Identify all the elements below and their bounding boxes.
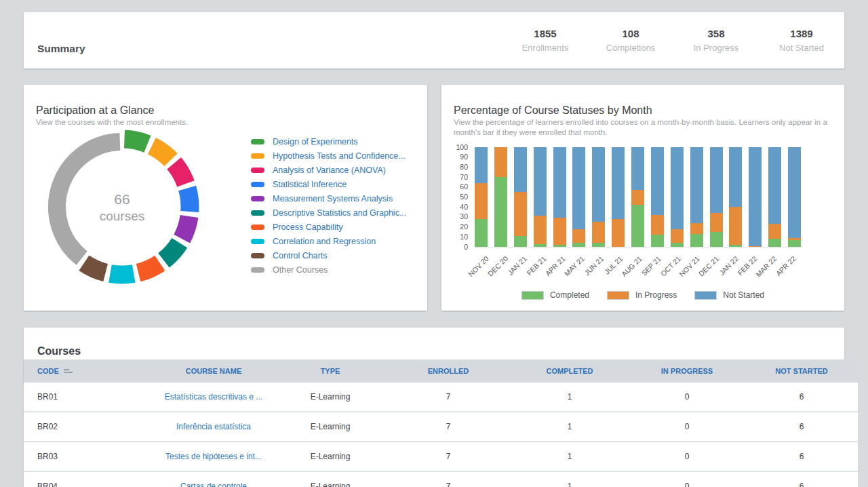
- statuses-title: Percentage of Course Statuses by Month: [454, 104, 652, 117]
- course-code-cell: BR02: [24, 412, 153, 442]
- stat-value: 1389: [759, 28, 844, 39]
- y-tick-label: 100: [441, 143, 468, 151]
- bar-segment-completed: [710, 232, 723, 247]
- stat-value: 1855: [502, 28, 588, 39]
- course-legend-link[interactable]: Hypothesis Tests and Confidence...: [273, 151, 406, 161]
- summary-card-title: Summary: [37, 43, 85, 55]
- course-statuses-card: Percentage of Course Statuses by Month V…: [441, 85, 844, 311]
- course-legend-link[interactable]: Control Charts: [273, 251, 328, 260]
- x-tick-label: MAR 22: [754, 254, 778, 278]
- bar-segment-completed: [534, 244, 547, 247]
- bar-legend-item-completed[interactable]: Completed: [521, 290, 589, 300]
- course-legend-link[interactable]: Statistical Inference: [273, 180, 347, 189]
- courses-title: Courses: [37, 345, 81, 357]
- bar-feb-21: [534, 147, 547, 247]
- course-name-cell: Estatísticas descritivas e ...: [153, 383, 275, 412]
- donut-slice-correlation-and-regression: [110, 273, 134, 275]
- bar-chart-y-axis: 0102030405060708090100: [441, 85, 471, 261]
- donut-slice-control-charts: [84, 263, 106, 273]
- x-tick-label: OCT 21: [658, 254, 682, 277]
- x-tick-label: AUG 21: [620, 254, 644, 278]
- donut-legend-item-control-charts[interactable]: Control Charts: [251, 249, 406, 263]
- donut-slice-design-of-experiments: [124, 139, 147, 144]
- donut-slice-process-capability: [138, 263, 160, 273]
- donut-legend-item-descriptive-statistics-and-graphic[interactable]: Descriptive Statistics and Graphic...: [251, 206, 406, 220]
- statuses-subtitle: View the percentage of learners enrolled…: [454, 117, 833, 138]
- donut-legend-item-process-capability[interactable]: Process Capability: [251, 220, 406, 235]
- bar-segment-in-progress: [592, 222, 605, 243]
- bar-segment-in-progress: [553, 218, 566, 245]
- course-legend-link[interactable]: Measurement Systems Analysis: [273, 194, 393, 203]
- donut-legend-item-hypothesis-tests-and-confidence[interactable]: Hypothesis Tests and Confidence...: [251, 149, 406, 163]
- bar-segment-completed: [475, 219, 488, 247]
- bar-segment-completed: [514, 236, 527, 247]
- column-header-label: TYPE: [321, 367, 340, 375]
- bar-segment-in-progress: [631, 190, 644, 205]
- y-tick-label: 60: [441, 182, 468, 191]
- x-tick-label: MAY 21: [563, 254, 586, 277]
- bar-legend-item-not-started[interactable]: Not Started: [694, 290, 764, 300]
- donut-legend-item-analysis-of-variance-anova[interactable]: Analysis of Variance (ANOVA): [251, 163, 406, 177]
- summary-stats: 1855Enrollments108Completions358In Progr…: [502, 12, 844, 69]
- donut-slice-other-courses: [57, 142, 120, 258]
- y-tick-label: 80: [441, 163, 468, 171]
- bar-segment-in-progress: [671, 229, 684, 244]
- participation-card: Participation at a Glance View the cours…: [24, 85, 427, 311]
- column-header-enrolled[interactable]: ENROLLED: [386, 359, 511, 383]
- legend-color-swatch: [251, 139, 264, 144]
- column-header-code[interactable]: CODE: [24, 359, 153, 383]
- donut-legend-item-correlation-and-regression[interactable]: Correlation and Regression: [251, 235, 406, 249]
- bar-segment-not-started: [788, 147, 801, 238]
- course-legend-link[interactable]: Analysis of Variance (ANOVA): [273, 165, 386, 175]
- bar-segment-in-progress: [690, 223, 703, 234]
- x-tick-label: FEB 21: [525, 254, 547, 277]
- column-header-not-started[interactable]: NOT STARTED: [745, 359, 858, 383]
- bar-segment-not-started: [514, 147, 527, 192]
- course-legend-link[interactable]: Process Capability: [273, 222, 343, 232]
- bar-segment-completed: [768, 239, 781, 247]
- summary-card: Summary 1855Enrollments108Completions358…: [24, 12, 844, 69]
- course-code-cell: BR04: [24, 471, 153, 487]
- stat-label: Enrollments: [502, 43, 588, 53]
- legend-color-swatch: [607, 291, 629, 300]
- course-legend-link[interactable]: Design of Experiments: [273, 137, 358, 147]
- course-name-link[interactable]: Cartas de controle: [180, 482, 247, 487]
- table-row-br04: BR04Cartas de controleE-Learning7106: [24, 471, 858, 487]
- column-header-type[interactable]: TYPE: [275, 359, 386, 383]
- column-header-label: NOT STARTED: [775, 367, 827, 375]
- bar-legend-item-in-progress[interactable]: In Progress: [607, 290, 677, 300]
- bar-segment-in-progress: [494, 147, 507, 177]
- donut-slice-analysis-of-variance-anova: [174, 163, 186, 184]
- column-header-in-progress[interactable]: IN PROGRESS: [629, 359, 745, 383]
- not-started-cell: 6: [745, 383, 858, 412]
- column-header-label: COMPLETED: [546, 367, 593, 375]
- donut-legend-item-statistical-inference[interactable]: Statistical Inference: [251, 177, 406, 191]
- donut-legend-item-measurement-systems-analysis[interactable]: Measurement Systems Analysis: [251, 191, 406, 206]
- legend-color-swatch: [251, 153, 264, 159]
- donut-legend-item-design-of-experiments[interactable]: Design of Experiments: [251, 134, 406, 149]
- course-name-link[interactable]: Testes de hipóteses e int...: [165, 452, 262, 461]
- bar-segment-not-started: [651, 147, 664, 215]
- course-legend-link[interactable]: Descriptive Statistics and Graphic...: [273, 208, 406, 218]
- column-header-completed[interactable]: COMPLETED: [511, 359, 629, 383]
- table-row-br03: BR03Testes de hipóteses e int...E-Learni…: [24, 442, 858, 471]
- stat-label: Completions: [588, 43, 673, 53]
- bar-segment-completed: [553, 245, 566, 247]
- courses-table: CODECOURSE NAMETYPEENROLLEDCOMPLETEDIN P…: [24, 359, 858, 487]
- course-name-link[interactable]: Estatísticas descritivas e ...: [165, 392, 263, 402]
- course-legend-link[interactable]: Correlation and Regression: [273, 237, 376, 246]
- course-name-link[interactable]: Inferência estatística: [176, 422, 251, 431]
- bar-jan-22: [729, 147, 742, 247]
- bar-segment-in-progress: [475, 183, 488, 219]
- bar-segment-in-progress: [534, 216, 547, 244]
- bar-segment-not-started: [631, 147, 644, 190]
- y-tick-label: 0: [441, 243, 468, 251]
- not-started-cell: 6: [745, 412, 858, 442]
- column-header-course-name[interactable]: COURSE NAME: [153, 359, 275, 383]
- column-header-label: IN PROGRESS: [661, 367, 713, 375]
- x-tick-label: JUN 21: [583, 254, 605, 277]
- course-type-cell: E-Learning: [275, 471, 386, 487]
- donut-slice-measurement-systems-analysis: [182, 216, 189, 239]
- bar-segment-in-progress: [651, 215, 664, 235]
- donut-legend: Design of ExperimentsHypothesis Tests an…: [251, 134, 406, 277]
